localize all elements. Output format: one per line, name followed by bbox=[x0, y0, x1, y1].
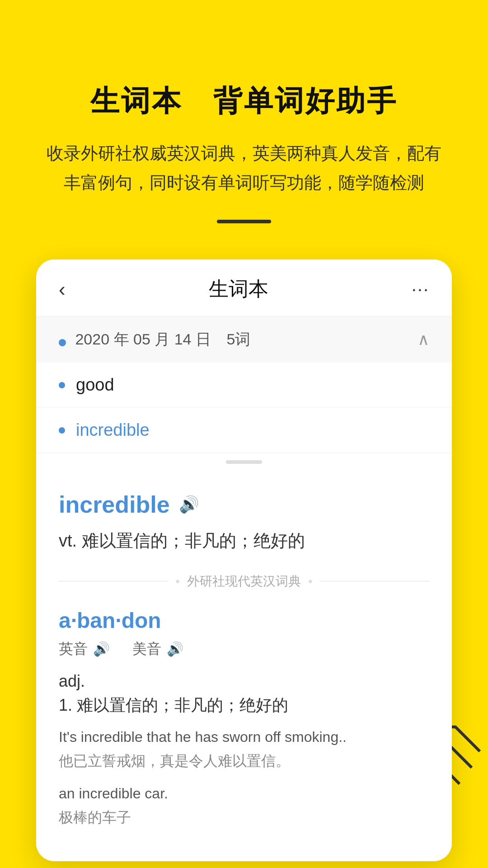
vocab-dot bbox=[59, 382, 65, 388]
vocab-list: good incredible bbox=[36, 363, 452, 453]
dict-source-dot-right: • bbox=[308, 574, 313, 589]
vocab-item-good[interactable]: good bbox=[36, 363, 452, 408]
entry1-title: incredible 🔊 bbox=[59, 491, 429, 518]
back-button[interactable]: ‹ bbox=[59, 278, 66, 301]
date-dot bbox=[59, 339, 66, 346]
pronunciation-row: 英音 🔊 美音 🔊 bbox=[59, 639, 429, 659]
vocab-word-incredible: incredible bbox=[76, 420, 150, 440]
entry2-def: 1. 难以置信的；非凡的；绝好的 bbox=[59, 694, 429, 717]
dict-source-dot-left: • bbox=[175, 574, 180, 589]
hero-subtitle: 收录外研社权威英汉词典，英美两种真人发音，配有丰富例句，同时设有单词听写功能，随… bbox=[18, 139, 470, 197]
more-button[interactable]: ··· bbox=[412, 279, 429, 299]
pron-us: 美音 🔊 bbox=[132, 639, 183, 659]
vocab-dot-selected bbox=[59, 427, 65, 434]
pron-en-label: 英音 bbox=[59, 639, 88, 659]
pron-en: 英音 🔊 bbox=[59, 639, 110, 659]
page-title: 生词本 背单词好助手 bbox=[18, 81, 470, 121]
entry1-definition: vt. 难以置信的；非凡的；绝好的 bbox=[59, 527, 429, 555]
entry2-title: a·ban·don bbox=[59, 608, 429, 633]
example1-zh: 他已立誓戒烟，真是令人难以置信。 bbox=[59, 751, 429, 771]
scroll-handle bbox=[226, 460, 262, 464]
example1-en: It's incredible that he has sworn off sm… bbox=[59, 726, 429, 749]
word-count: 5词 bbox=[226, 330, 250, 348]
pron-us-icon[interactable]: 🔊 bbox=[167, 641, 183, 657]
date-info: 2020 年 05 月 14 日 5词 bbox=[59, 329, 250, 350]
entry2-pos: adj. bbox=[59, 672, 429, 691]
collapse-icon[interactable]: ∧ bbox=[418, 330, 429, 349]
date-label: 2020 年 05 月 14 日 bbox=[75, 330, 211, 348]
entry1-word: incredible bbox=[59, 491, 170, 518]
vocab-item-incredible[interactable]: incredible bbox=[36, 408, 452, 453]
dictionary-section: incredible 🔊 vt. 难以置信的；非凡的；绝好的 • 外研社现代英汉… bbox=[36, 473, 452, 861]
date-row: 2020 年 05 月 14 日 5词 ∧ bbox=[36, 316, 452, 363]
vocab-section: ‹ 生词本 ··· 2020 年 05 月 14 日 5词 ∧ good bbox=[36, 259, 452, 464]
card-title: 生词本 bbox=[209, 276, 268, 302]
divider bbox=[217, 220, 271, 223]
hero-section: 生词本 背单词好助手 收录外研社权威英汉词典，英美两种真人发音，配有丰富例句，同… bbox=[0, 0, 488, 868]
dict-source-divider: • 外研社现代英汉词典 • bbox=[59, 573, 429, 590]
phone-card: ‹ 生词本 ··· 2020 年 05 月 14 日 5词 ∧ good bbox=[36, 259, 452, 861]
dict-source-label: 外研社现代英汉词典 bbox=[187, 573, 301, 590]
example2-en: an incredible car. bbox=[59, 782, 429, 805]
entry2-def-num: 1. bbox=[59, 696, 72, 714]
pron-en-icon[interactable]: 🔊 bbox=[93, 641, 110, 657]
entry1-sound-icon[interactable]: 🔊 bbox=[179, 495, 199, 514]
vocab-word-good: good bbox=[76, 375, 114, 395]
entry2-def-text: 难以置信的；非凡的；绝好的 bbox=[77, 696, 288, 714]
card-header: ‹ 生词本 ··· bbox=[36, 259, 452, 316]
example2-zh: 极棒的车子 bbox=[59, 808, 429, 828]
entry2-syllable: a·ban·don bbox=[59, 609, 161, 632]
pron-us-label: 美音 bbox=[132, 639, 161, 659]
